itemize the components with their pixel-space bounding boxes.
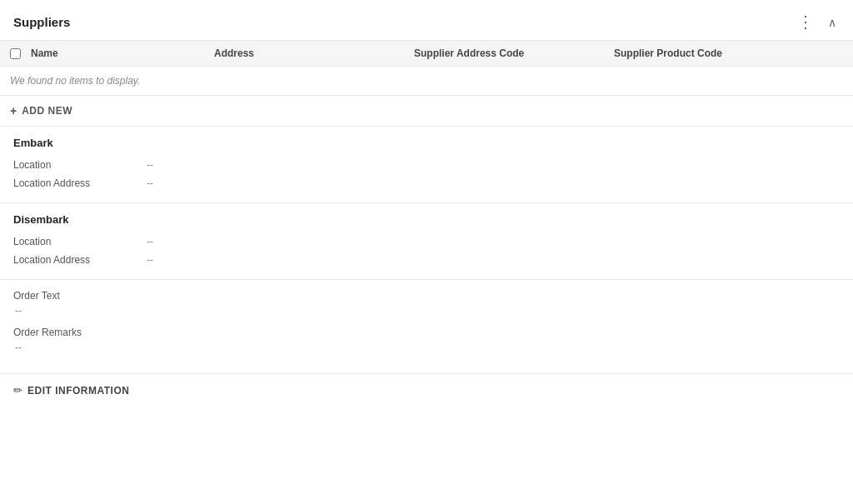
more-options-button[interactable]: ⋮ <box>794 12 818 32</box>
embark-location-label: Location <box>13 159 147 171</box>
embark-section: Embark Location -- Location Address -- <box>0 127 853 203</box>
add-new-label: ADD NEW <box>22 105 72 117</box>
order-remarks-field: Order Remarks -- <box>13 327 840 353</box>
order-text-field: Order Text -- <box>13 290 840 317</box>
edit-information-button[interactable]: ✏ EDIT INFORMATION <box>0 374 142 407</box>
add-new-button[interactable]: + ADD NEW <box>0 96 853 126</box>
page-header: Suppliers ⋮ ∧ <box>0 0 853 41</box>
header-actions: ⋮ ∧ <box>794 12 840 32</box>
embark-location-address-value: -- <box>147 177 153 189</box>
disembark-location-address-label: Location Address <box>13 254 147 266</box>
table-header: Name Address Supplier Address Code Suppl… <box>0 41 853 67</box>
order-text-value: -- <box>13 305 840 317</box>
select-all-checkbox[interactable] <box>10 48 21 59</box>
col-header-address: Address <box>214 47 414 59</box>
disembark-location-row: Location -- <box>13 232 840 251</box>
embark-location-value: -- <box>147 159 153 171</box>
disembark-location-address-row: Location Address -- <box>13 251 840 269</box>
suppliers-section: Name Address Supplier Address Code Suppl… <box>0 41 853 127</box>
page-title: Suppliers <box>13 15 70 29</box>
embark-location-address-label: Location Address <box>13 177 147 189</box>
disembark-location-value: -- <box>147 236 153 247</box>
disembark-title: Disembark <box>13 213 840 226</box>
embark-location-address-row: Location Address -- <box>13 174 840 192</box>
order-remarks-value: -- <box>13 342 840 353</box>
pencil-icon: ✏ <box>13 384 22 397</box>
order-section: Order Text -- Order Remarks -- <box>0 280 853 374</box>
col-header-supplier-product-code: Supplier Product Code <box>614 47 843 59</box>
order-remarks-label: Order Remarks <box>13 327 840 338</box>
embark-title: Embark <box>13 137 840 149</box>
no-items-message: We found no items to display. <box>0 67 853 96</box>
disembark-section: Disembark Location -- Location Address -… <box>0 203 853 280</box>
collapse-button[interactable]: ∧ <box>825 12 840 31</box>
more-options-icon: ⋮ <box>797 12 815 31</box>
col-header-supplier-address-code: Supplier Address Code <box>414 47 614 59</box>
disembark-location-label: Location <box>13 236 147 247</box>
disembark-location-address-value: -- <box>147 254 153 266</box>
col-header-name: Name <box>31 47 214 59</box>
plus-icon: + <box>10 104 17 117</box>
edit-information-label: EDIT INFORMATION <box>27 385 129 397</box>
order-text-label: Order Text <box>13 290 840 302</box>
embark-location-row: Location -- <box>13 156 840 174</box>
chevron-up-icon: ∧ <box>828 16 836 29</box>
